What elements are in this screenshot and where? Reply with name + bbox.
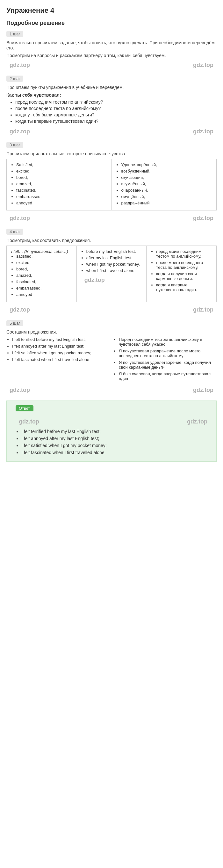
list-item: I felt terrified before my last English … xyxy=(12,337,110,342)
watermark-5a: gdz.top xyxy=(9,387,30,394)
list-item: I felt fascinated when I first travelled… xyxy=(12,357,110,362)
answer-item: I felt fascinated when I first travelled… xyxy=(21,450,211,455)
step-1-badge: 1 шаг xyxy=(6,31,23,37)
list-item: embarrassed, xyxy=(16,194,107,199)
step-4-badge: 4 шаг xyxy=(6,229,23,235)
list-item: изумлённый, xyxy=(121,181,212,186)
step-3-col2: Удовлетворённый, возбуждённый, скучающий… xyxy=(112,159,217,210)
list-item: I felt annoyed after my last English tes… xyxy=(12,344,110,348)
list-item: смущённый, xyxy=(121,194,212,199)
watermark-3b: gdz.top xyxy=(193,215,214,222)
watermark-ans-a: gdz.top xyxy=(19,418,39,425)
step-4-col3: перед моим последним тестом по английско… xyxy=(147,246,216,302)
step-2-main: Прочитаем пункты упражнения в учебнике и… xyxy=(6,85,217,90)
step-1-main: Внимательно прочитаем задание, чтобы пон… xyxy=(6,40,217,51)
watermark-2b: gdz.top xyxy=(193,128,214,135)
watermark-4d: gdz.top xyxy=(193,306,214,313)
list-item: fascinated, xyxy=(16,279,72,284)
step-4-col1: I felt… (Я чувствовал себя…) satisfied, … xyxy=(7,246,77,302)
watermark-row-3: gdz.top gdz.top xyxy=(6,214,217,223)
step-3-table: Satisfied, excited, bored, amazed, fasci… xyxy=(6,159,217,211)
list-item: satisfied, xyxy=(16,254,72,259)
watermark-row-ans: gdz.top gdz.top xyxy=(15,417,211,426)
list-item: когда ты впервые путешествовал один? xyxy=(15,119,217,124)
list-item: когда я впервые путешествовал один. xyxy=(156,282,212,292)
list-item: annoyed xyxy=(16,200,107,205)
step-5-main: Составим предложения. xyxy=(6,330,217,335)
list-item: раздражённый xyxy=(121,200,212,205)
list-item: Перед последним тестом по английскому я … xyxy=(119,337,217,347)
list-item: embarrassed, xyxy=(16,286,72,290)
watermark-row-4a: gdz.top xyxy=(81,276,142,285)
watermark-4c: gdz.top xyxy=(9,306,30,313)
list-item: before my last English test. xyxy=(86,249,142,254)
list-item: Satisfied, xyxy=(16,162,107,167)
list-item: amazed, xyxy=(16,181,107,186)
watermark-row-1: gdz.top gdz.top xyxy=(6,61,217,70)
answer-label: Ответ xyxy=(15,405,211,414)
step-4-col2: before my last English test. after my la… xyxy=(77,246,147,302)
list-item: Я почувствовал удовлетворение, когда пол… xyxy=(119,360,217,370)
list-item: Я был очарован, когда впервые путешество… xyxy=(119,372,217,381)
list-item: Я почувствовал раздражение после моего п… xyxy=(119,348,217,358)
watermark-4a: gdz.top xyxy=(85,277,105,283)
watermark-2a: gdz.top xyxy=(9,128,30,135)
step-4-when-list-ru: перед моим последним тестом по английско… xyxy=(151,249,212,292)
watermark-row-5: gdz.top gdz.top xyxy=(6,385,217,395)
answer-badge: Ответ xyxy=(15,405,33,411)
list-item: возбуждённый, xyxy=(121,169,212,174)
step-2: 2 шаг Прочитаем пункты упражнения в учеб… xyxy=(6,75,217,136)
step-4-adj-list: satisfied, excited, bored, amazed, fasci… xyxy=(11,254,72,297)
step-1-sub: Посмотрим на вопросы и расскажем партнёр… xyxy=(6,53,217,58)
page-title: Упражнение 4 xyxy=(6,6,217,15)
step-4: 4 шаг Посмотрим, как составить предложен… xyxy=(6,229,217,314)
list-item: fascinated, xyxy=(16,188,107,193)
step-3-main: Прочитаем прилагательные, которые описыв… xyxy=(6,151,217,156)
step-5-right-list: Перед последним тестом по английскому я … xyxy=(113,337,217,381)
step-4-main: Посмотрим, как составить предложения. xyxy=(6,238,217,243)
watermark-ans-b: gdz.top xyxy=(187,418,208,425)
step-2-question: Как ты себя чувствовал: xyxy=(6,92,217,98)
list-item: перед моим последним тестом по английско… xyxy=(156,249,212,259)
step-2-list: перед последним тестом по английскому? п… xyxy=(6,99,217,124)
answer-list: I felt terrified before my last English … xyxy=(15,429,211,455)
list-item: after my last English test. xyxy=(86,255,142,260)
step-3-col1: Satisfied, excited, bored, amazed, fasci… xyxy=(7,159,112,210)
step-5-table: I felt terrified before my last English … xyxy=(6,337,217,383)
list-item: I felt satisfied when I got my pocket mo… xyxy=(12,350,110,355)
list-item: excited, xyxy=(16,169,107,174)
list-item: когда у тебя были карманные деньги? xyxy=(15,112,217,117)
watermark-row-4b: gdz.top gdz.top xyxy=(6,305,217,314)
list-item: очарованный, xyxy=(121,188,212,193)
list-item: bored, xyxy=(16,175,107,180)
watermark-3a: gdz.top xyxy=(9,215,30,222)
list-item: перед последним тестом по английскому? xyxy=(15,99,217,104)
step-3-badge: 3 шаг xyxy=(6,142,23,148)
step-4-col1-label: I felt… (Я чувствовал себя…) xyxy=(11,249,72,254)
watermark-row-2: gdz.top gdz.top xyxy=(6,127,217,136)
step-4-table: I felt… (Я чувствовал себя…) satisfied, … xyxy=(6,246,217,302)
adjectives-en-list: Satisfied, excited, bored, amazed, fasci… xyxy=(11,162,107,205)
list-item: после последнего теста по английскому? xyxy=(15,106,217,111)
list-item: when I got my pocket money. xyxy=(86,262,142,267)
list-item: скучающий, xyxy=(121,175,212,180)
answer-item: I felt annoyed after my last English tes… xyxy=(21,436,211,441)
watermark-1a: gdz.top xyxy=(9,62,30,68)
step-5-col-left: I felt terrified before my last English … xyxy=(6,337,110,383)
list-item: bored, xyxy=(16,267,72,271)
step-1: 1 шаг Внимательно прочитаем задание, что… xyxy=(6,31,217,70)
list-item: amazed, xyxy=(16,273,72,278)
list-item: when I first travelled alone. xyxy=(86,268,142,273)
step-5-badge: 5 шаг xyxy=(6,320,23,326)
list-item: после моего последнего теста по английск… xyxy=(156,260,212,270)
list-item: annoyed xyxy=(16,292,72,297)
adjectives-ru-list: Удовлетворённый, возбуждённый, скучающий… xyxy=(116,162,212,205)
step-5: 5 шаг Составим предложения. I felt terri… xyxy=(6,320,217,395)
list-item: Удовлетворённый, xyxy=(121,162,212,167)
answer-item: I felt satisfied when I got my pocket mo… xyxy=(21,443,211,448)
answer-item: I felt terrified before my last English … xyxy=(21,429,211,434)
step-2-badge: 2 шаг xyxy=(6,75,23,82)
step-3: 3 шаг Прочитаем прилагательные, которые … xyxy=(6,142,217,223)
step-4-when-list-en: before my last English test. after my la… xyxy=(81,249,142,273)
step-5-col-right: Перед последним тестом по английскому я … xyxy=(113,337,217,383)
